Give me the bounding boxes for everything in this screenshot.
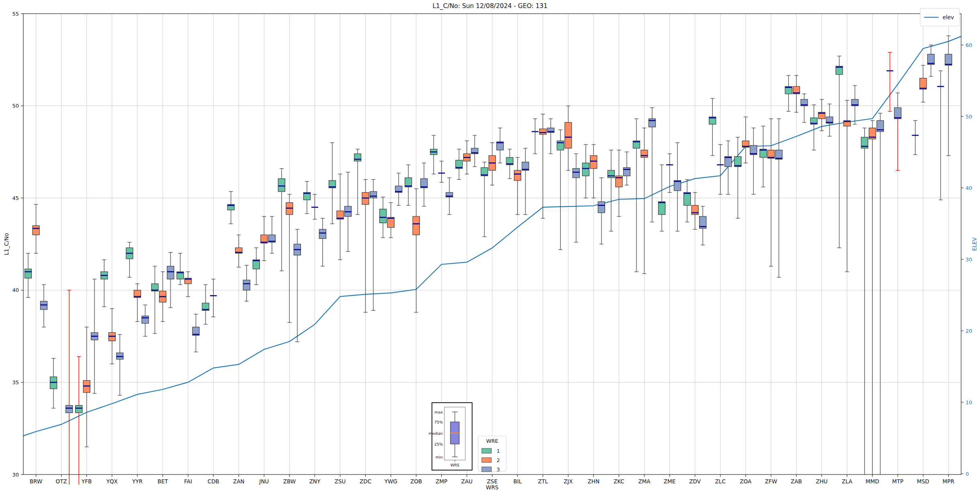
box-ZNY-wre1 [303,181,310,214]
box-ZDC-wre3 [370,179,377,310]
box-BET-wre3 [167,253,174,308]
box-MTP-wre3 [894,93,901,170]
box-ZTL-wre2 [540,114,546,218]
wre-legend-swatch-2 [482,458,491,462]
box-BRW-wre2 [33,204,39,253]
box-ZOA-wre3 [750,128,757,194]
box-ZAU-wre2 [463,141,470,174]
tick-label: ZNY [309,478,321,485]
box-ZSE-wre1 [481,162,488,237]
tick-label: min [436,455,443,459]
tick-label: ZAU [461,478,473,485]
box-JNU-wre3 [268,216,275,253]
box-ZAN-wre1 [227,191,234,224]
tick-label: ZFW [765,478,777,485]
box-ZMA-wre1 [633,119,640,272]
tick-label: ZAN [233,478,245,485]
box-ZSU-wre3 [345,172,352,251]
box-ZFW-wre2 [767,119,774,266]
box-ZBW-wre2 [286,194,293,322]
box-ZMA-wre3 [649,108,655,222]
box-YQX-wre1 [101,260,108,307]
box-BIL-wre3 [522,148,529,214]
box-ZOB-wre1 [405,165,412,206]
tick-label: ZKC [614,478,624,485]
box-YQX-wre2 [108,309,115,364]
tick-label: ZMA [638,478,651,485]
box-ZTL-wre3 [547,119,554,154]
box-JNU-wre2 [261,216,268,261]
tick-label: BET [158,478,168,485]
box-BRW-wre3 [41,285,47,327]
tick-label: ZLC [715,478,726,485]
box-ZLC-wre3 [725,141,732,194]
tick-label: median [428,431,443,436]
box-ZJX-wre2 [565,106,572,171]
tick-label: 35 [12,379,19,385]
box-BIL-wre1 [506,149,513,179]
box-ZBW-wre1 [278,169,285,271]
tick-label: ZJX [564,478,573,485]
box-ZTL-wre1 [532,119,538,154]
tick-label: ZAB [791,478,802,485]
tick-label: max [434,410,443,414]
box-ZLA-wre1 [836,56,843,248]
tick-label: 40 [12,287,19,293]
box-OTZ-wre1 [50,358,57,408]
tick-label: 1 [497,448,500,454]
box-YFB-wre1 [76,356,82,485]
tick-label: 50 [966,114,972,120]
wre-legend-swatch-1 [482,448,491,453]
tick-label: 75% [434,420,443,424]
box-YFB-wre2 [83,327,90,447]
box-ZAB-wre2 [793,75,800,112]
tick-label: ZME [664,478,675,485]
tick-label: 0 [966,471,969,477]
boxplot-chart-canvas: 3035404550550102030405060BRWOTZYFBYQXYYR… [0,0,980,497]
box-MPR-wre3 [945,36,952,155]
tick-label: 20 [966,328,972,334]
box-ZSE-wre2 [489,143,496,185]
tick-label: ZDV [689,478,701,485]
box-ZHN-wre3 [598,178,605,244]
tick-label: 45 [12,195,19,201]
gridlines [23,14,961,475]
box-ZSU-wre2 [337,174,344,260]
tick-label: CDB [208,478,219,485]
box-FAI-wre2 [185,272,192,297]
box-FAI-wre1 [177,253,184,285]
box-ZME-wre3 [674,143,681,231]
box-BRW-wre1 [25,253,32,297]
box-ZAN-wre2 [235,235,242,267]
box-MSD-wre2 [920,65,927,102]
y-axis-label-left: L1_C/No [3,224,10,264]
tick-label: YQX [106,478,118,485]
figure: 3035404550550102030405060BRWOTZYFBYQXYYR… [0,0,980,497]
boxplots [25,36,952,485]
box-ZJX-wre1 [557,130,564,249]
box-CDB-wre2 [210,279,217,317]
box-ZME-wre2 [666,154,673,192]
box-YYR-wre3 [142,305,149,336]
box-ZHN-wre2 [590,145,597,198]
box-YFB-wre3 [91,279,98,393]
box-YYR-wre2 [134,284,141,322]
box-ZAU-wre3 [471,135,478,167]
box-ZLC-wre1 [709,98,716,155]
box-ZOB-wre3 [421,163,428,206]
box-BIL-wre2 [514,157,521,214]
tick-label: YWG [384,478,397,485]
box-ZFW-wre1 [760,126,767,187]
box-JNU-wre1 [253,248,260,285]
box-ZNY-wre3 [319,218,326,266]
box-BET-wre2 [159,272,166,322]
tick-label: 60 [966,42,972,48]
box-MPR-wre1 [937,71,944,200]
tick-label: ZOB [410,478,422,485]
box-ZBW-wre3 [294,229,301,342]
box-ZMP-wre3 [446,178,453,215]
box-ZLA-wre2 [844,100,851,272]
tick-label: ZHU [816,478,827,485]
tick-label: MSD [917,478,929,485]
tick-label: ZTL [538,478,548,485]
